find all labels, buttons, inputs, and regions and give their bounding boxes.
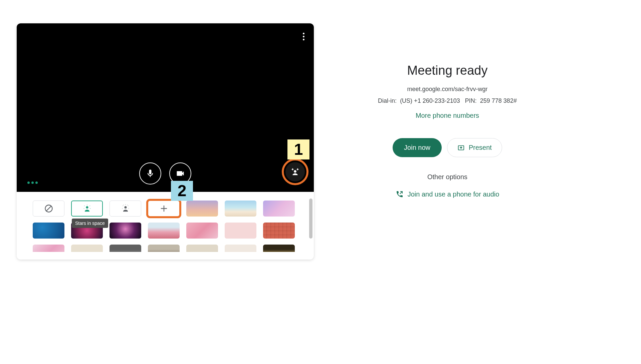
bg-option-beach[interactable]	[225, 201, 256, 217]
svg-line-1	[46, 206, 51, 211]
bg-option-room2[interactable]	[110, 245, 141, 252]
background-picker: Stars in space	[17, 192, 314, 260]
bg-option-room6[interactable]	[263, 245, 295, 252]
bg-option-confetti[interactable]	[33, 245, 64, 252]
bg-option-room4[interactable]	[186, 245, 218, 252]
microphone-icon	[146, 169, 155, 178]
svg-point-10	[128, 206, 129, 206]
bg-option-clouds[interactable]	[263, 201, 295, 217]
meeting-title: Meeting ready	[361, 63, 534, 78]
svg-point-14	[127, 205, 128, 205]
svg-point-4	[89, 206, 90, 206]
video-preview: 1 2	[17, 23, 314, 192]
bg-option-sunset[interactable]	[186, 201, 218, 217]
dial-in-number: (US) +1 260-233-2103	[400, 97, 460, 104]
bg-option-room5[interactable]	[225, 245, 256, 252]
bg-option-blur-strong[interactable]	[110, 201, 141, 217]
bg-option-pinkstars[interactable]	[225, 223, 256, 239]
bg-option-pinkblur[interactable]	[186, 223, 218, 239]
svg-point-6	[90, 208, 90, 209]
more-options-icon[interactable]	[303, 33, 304, 40]
svg-point-3	[84, 206, 84, 206]
phone-arrow-icon	[396, 190, 404, 198]
bg-option-water[interactable]	[33, 223, 64, 239]
visual-effects-button[interactable]	[285, 162, 305, 181]
meeting-info-panel: Meeting ready meet.google.com/sac-frvv-w…	[361, 63, 534, 364]
bg-option-blur-slight[interactable]: Stars in space	[71, 201, 103, 217]
camera-icon	[176, 169, 185, 178]
more-phone-numbers-link[interactable]: More phone numbers	[361, 112, 534, 119]
sparkle-person-icon	[290, 167, 300, 177]
svg-point-2	[86, 206, 88, 209]
phone-audio-label: Join and use a phone for audio	[408, 191, 499, 198]
svg-point-9	[122, 206, 123, 206]
present-icon	[457, 144, 465, 151]
join-now-button[interactable]: Join now	[393, 138, 442, 157]
pin-label: PIN:	[465, 97, 477, 104]
bg-option-flowers[interactable]	[148, 223, 180, 239]
phone-audio-link[interactable]: Join and use a phone for audio	[361, 190, 534, 198]
present-button[interactable]: Present	[447, 138, 502, 157]
annotation-callout-1: 1	[287, 139, 309, 159]
audio-indicator-icon	[27, 181, 38, 184]
bg-option-fireworks[interactable]	[110, 223, 141, 239]
scrollbar[interactable]	[309, 199, 312, 239]
bg-option-room1[interactable]	[71, 245, 103, 252]
tooltip: Stars in space	[72, 219, 108, 228]
svg-point-5	[83, 208, 84, 209]
svg-point-13	[123, 205, 124, 205]
dial-in-line: Dial-in: (US) +1 260-233-2103 PIN: 259 7…	[361, 97, 534, 104]
other-options-heading: Other options	[361, 173, 534, 181]
svg-point-12	[128, 208, 129, 209]
meeting-url: meet.google.com/sac-frvv-wgr	[361, 86, 534, 93]
svg-point-8	[124, 206, 127, 209]
svg-point-11	[122, 208, 123, 209]
svg-point-15	[125, 204, 126, 205]
effects-highlight-ring	[282, 158, 308, 185]
pin-value: 259 778 382#	[480, 97, 517, 104]
bg-option-none[interactable]	[33, 201, 64, 217]
bg-option-room3[interactable]	[148, 245, 180, 252]
bg-option-pattern[interactable]	[263, 223, 295, 239]
svg-point-7	[86, 205, 87, 205]
dial-in-label: Dial-in:	[378, 97, 397, 104]
present-label: Present	[469, 144, 492, 151]
annotation-callout-2: 2	[171, 181, 193, 201]
bg-option-add-custom[interactable]	[148, 201, 180, 217]
video-preview-panel: 1 2 Stars in space	[17, 23, 314, 260]
microphone-button[interactable]	[139, 162, 161, 185]
